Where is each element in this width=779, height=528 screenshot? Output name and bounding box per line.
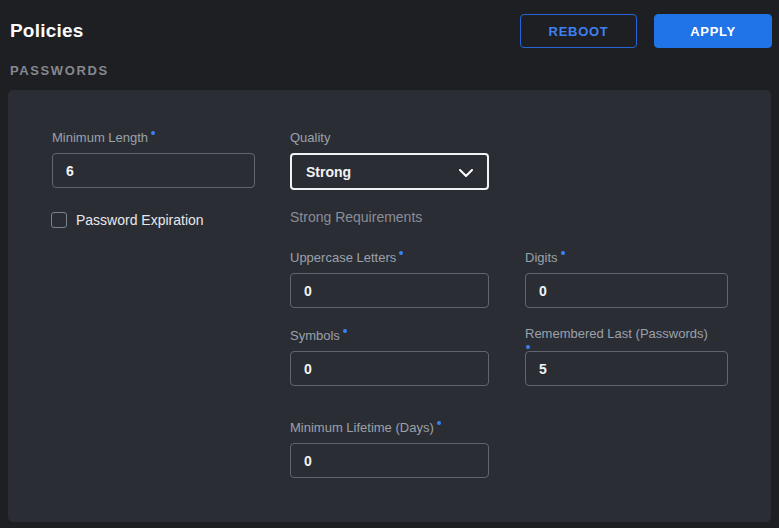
minimum-length-input[interactable] [52,153,255,188]
passwords-panel: Minimum Length Quality Strong Password E… [8,90,771,522]
apply-button[interactable]: APPLY [654,14,772,48]
quality-select[interactable]: Strong [290,153,489,190]
quality-field: Quality Strong [290,130,489,190]
uppercase-letters-field: Uppercase Letters [290,250,489,308]
strong-requirements-heading: Strong Requirements [290,209,422,225]
minimum-length-label-text: Minimum Length [52,130,148,145]
passwords-section-label: PASSWORDS [10,63,109,78]
required-marker [343,329,347,333]
digits-input[interactable] [525,273,728,308]
digits-field: Digits [525,250,728,308]
required-marker [437,421,441,425]
required-marker [561,251,565,255]
remembered-last-input[interactable] [525,351,728,386]
reboot-button[interactable]: REBOOT [520,14,637,48]
password-expiration-row[interactable]: Password Expiration [51,212,204,228]
password-expiration-label: Password Expiration [76,212,204,228]
symbols-label-text: Symbols [290,328,340,343]
minimum-length-field: Minimum Length [52,130,255,188]
required-marker [399,251,403,255]
uppercase-letters-label: Uppercase Letters [290,250,489,265]
digits-label-text: Digits [525,250,558,265]
minimum-lifetime-label-text: Minimum Lifetime (Days) [290,420,434,435]
uppercase-letters-label-text: Uppercase Letters [290,250,396,265]
minimum-lifetime-field: Minimum Lifetime (Days) [290,420,489,478]
chevron-down-icon [459,164,473,180]
symbols-field: Symbols [290,328,489,386]
remembered-last-label-text: Remembered Last (Passwords) [525,326,708,341]
required-marker [526,345,530,349]
password-expiration-checkbox[interactable] [51,212,67,228]
quality-selected-value: Strong [306,164,351,180]
remembered-last-label: Remembered Last (Passwords) [525,326,728,341]
remembered-last-field: Remembered Last (Passwords) [525,326,728,386]
digits-label: Digits [525,250,728,265]
minimum-length-label: Minimum Length [52,130,255,145]
uppercase-letters-input[interactable] [290,273,489,308]
required-marker [151,131,155,135]
minimum-lifetime-label: Minimum Lifetime (Days) [290,420,489,435]
quality-label: Quality [290,130,489,145]
page-title: Policies [10,20,83,42]
policies-settings-screen: Policies REBOOT APPLY PASSWORDS Minimum … [0,0,779,528]
symbols-label: Symbols [290,328,489,343]
minimum-lifetime-input[interactable] [290,443,489,478]
symbols-input[interactable] [290,351,489,386]
quality-label-text: Quality [290,130,330,145]
